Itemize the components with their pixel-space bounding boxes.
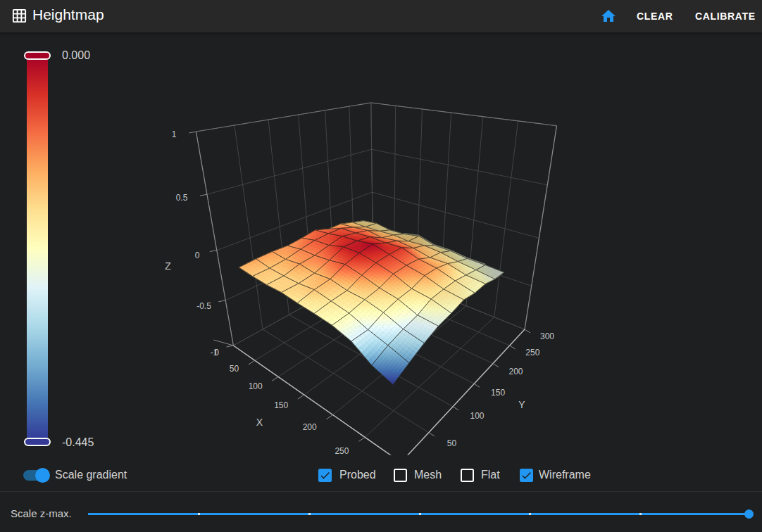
svg-text:50: 50 bbox=[230, 364, 239, 374]
svg-text:150: 150 bbox=[491, 388, 505, 398]
svg-text:150: 150 bbox=[274, 400, 288, 410]
svg-text:200: 200 bbox=[303, 422, 317, 432]
svg-text:0: 0 bbox=[195, 251, 200, 260]
svg-text:100: 100 bbox=[249, 381, 263, 391]
svg-text:-0.5: -0.5 bbox=[196, 301, 211, 311]
svg-text:Y: Y bbox=[518, 399, 525, 410]
svg-text:300: 300 bbox=[540, 331, 554, 341]
svg-text:1: 1 bbox=[172, 129, 177, 139]
svg-text:50: 50 bbox=[447, 438, 457, 448]
svg-text:0: 0 bbox=[214, 348, 219, 357]
svg-text:250: 250 bbox=[525, 348, 539, 357]
svg-text:0.5: 0.5 bbox=[176, 193, 188, 203]
svg-text:100: 100 bbox=[470, 411, 484, 421]
svg-text:X: X bbox=[256, 417, 263, 428]
svg-text:Z: Z bbox=[165, 260, 171, 272]
svg-text:250: 250 bbox=[335, 446, 349, 455]
svg-text:200: 200 bbox=[508, 367, 523, 376]
